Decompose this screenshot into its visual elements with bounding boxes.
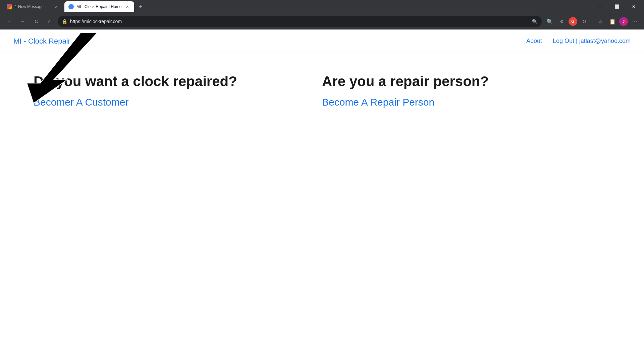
browser-chrome: 1 New Message ✕ MI - Clock Repair | Home…: [0, 0, 644, 29]
search-button[interactable]: 🔍: [544, 16, 555, 27]
right-heading: Are you a repair person?: [322, 73, 590, 90]
site-main: Do you want a clock repaired? Becomer A …: [0, 53, 644, 128]
new-tab-button[interactable]: +: [136, 2, 145, 11]
back-button[interactable]: ←: [4, 16, 15, 27]
close-button[interactable]: ✕: [626, 1, 641, 12]
grammarly-button[interactable]: G: [569, 17, 577, 26]
minimize-button[interactable]: —: [592, 1, 608, 12]
lock-icon: 🔒: [62, 19, 67, 24]
mail-tab-favicon: [7, 4, 12, 9]
home-button[interactable]: ⌂: [44, 16, 55, 27]
collections-button[interactable]: 📋: [607, 16, 618, 27]
window-controls: — ⬜ ✕: [592, 1, 641, 12]
title-bar: 1 New Message ✕ MI - Clock Repair | Home…: [0, 0, 644, 13]
tab-mail[interactable]: 1 New Message ✕: [3, 1, 63, 12]
mail-tab-close[interactable]: ✕: [53, 4, 59, 10]
become-customer-link[interactable]: Becomer A Customer: [34, 97, 128, 108]
site-nav: MI - Clock Repair About Log Out | jatlas…: [0, 29, 644, 53]
logout-link[interactable]: Log Out | jatlast@yahoo.com: [553, 38, 631, 45]
left-heading: Do you want a clock repaired?: [34, 73, 302, 90]
search-icon: 🔍: [532, 19, 538, 24]
site-nav-right: About Log Out | jatlast@yahoo.com: [526, 38, 631, 45]
site-logo[interactable]: MI - Clock Repair: [13, 37, 70, 46]
left-column: Do you want a clock repaired? Becomer A …: [34, 73, 322, 108]
favorites-button[interactable]: ☆: [595, 16, 606, 27]
more-button[interactable]: ⋯: [629, 16, 640, 27]
clock-tab-title: MI - Clock Repair | Home: [76, 4, 121, 9]
about-link[interactable]: About: [526, 38, 542, 45]
reload-button[interactable]: ↻: [31, 16, 42, 27]
forward-button[interactable]: →: [17, 16, 28, 27]
right-column: Are you a repair person? Become A Repair…: [322, 73, 610, 108]
maximize-button[interactable]: ⬜: [609, 1, 625, 12]
become-repair-person-link[interactable]: Become A Repair Person: [322, 97, 434, 108]
url-text: https://miclockrepair.com: [70, 19, 529, 24]
browser-settings-button[interactable]: ⚙: [556, 16, 567, 27]
clock-tab-close[interactable]: ✕: [124, 4, 130, 10]
website-content: MI - Clock Repair About Log Out | jatlas…: [0, 29, 644, 362]
mail-tab-title: 1 New Message: [15, 4, 50, 9]
nav-bar: ← → ↻ ⌂ 🔒 https://miclockrepair.com 🔍 🔍 …: [0, 13, 644, 29]
tab-clock-repair[interactable]: MI - Clock Repair | Home ✕: [64, 1, 134, 12]
address-bar[interactable]: 🔒 https://miclockrepair.com 🔍: [58, 16, 542, 27]
toolbar-right: 🔍 ⚙ G ↻ ☆ 📋 J ⋯: [544, 16, 640, 27]
toolbar-divider: [592, 18, 592, 25]
clock-tab-favicon: [68, 4, 74, 9]
profile-avatar[interactable]: J: [619, 17, 628, 26]
grammarly-refresh-button[interactable]: ↻: [579, 16, 589, 27]
